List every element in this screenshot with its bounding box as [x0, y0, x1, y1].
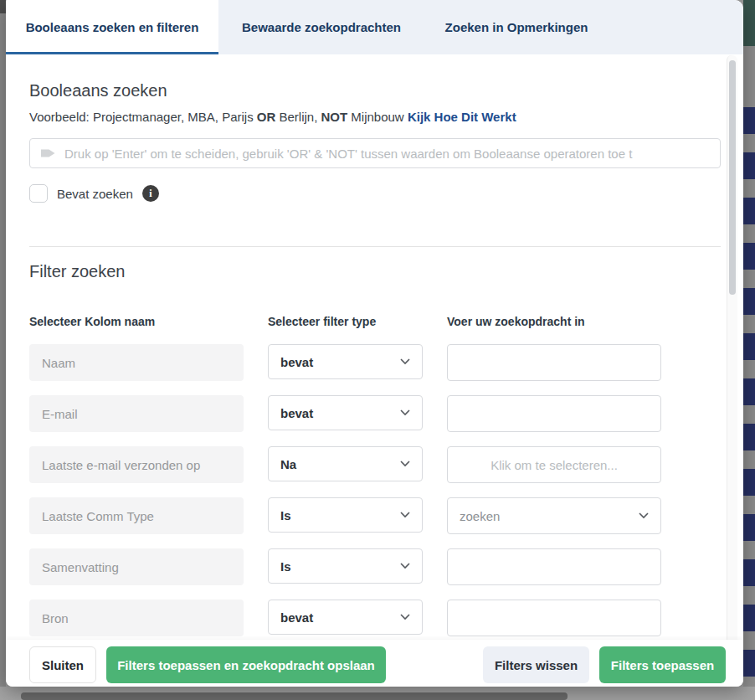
filter-row: Laatste Comm Type Is zoeken — [6, 497, 743, 534]
tag-icon — [40, 147, 57, 160]
chevron-down-icon — [400, 358, 410, 365]
page-backdrop-right — [743, 0, 755, 700]
filter-type-select[interactable]: bevat — [268, 344, 423, 379]
boolean-search-title: Booleaans zoeken — [29, 81, 167, 100]
filter-value-date-picker[interactable] — [447, 446, 661, 483]
chevron-down-icon — [400, 512, 410, 518]
column-header-name: Selecteer Kolom naam — [29, 315, 155, 328]
example-or-operator: OR — [257, 110, 276, 124]
column-header-filter-type: Selecteer filter type — [268, 315, 376, 328]
boolean-search-input-wrapper — [29, 138, 721, 168]
tab-search-in-notes[interactable]: Zoeken in Opmerkingen — [424, 0, 609, 54]
filter-value-input[interactable] — [447, 548, 661, 585]
example-text: Mijnbouw — [347, 110, 408, 124]
info-icon[interactable]: i — [142, 185, 159, 202]
filter-column-select[interactable]: Laatste Comm Type — [29, 497, 244, 534]
tab-saved-searches[interactable]: Bewaarde zoekopdrachten — [218, 0, 424, 54]
filter-type-select[interactable]: Na — [268, 446, 423, 481]
filter-row: Bron bevat — [6, 600, 743, 636]
screen: Booleaans zoeken en filteren Bewaarde zo… — [0, 0, 755, 700]
contains-search-label: Bevat zoeken — [57, 187, 133, 201]
chevron-down-icon — [639, 512, 649, 519]
vertical-scrollbar-track[interactable] — [727, 55, 737, 686]
example-not-operator: NOT — [321, 110, 348, 124]
filter-row: Laatste e-mail verzonden op Na — [6, 446, 743, 483]
contains-search-checkbox[interactable] — [29, 184, 48, 203]
see-how-it-works-link[interactable]: Kijk Hoe Dit Werkt — [408, 110, 516, 124]
apply-filters-button[interactable]: Filters toepassen — [599, 646, 726, 683]
modal-footer: Sluiten Filters toepassen en zoekopdrach… — [6, 640, 743, 687]
filter-column-select[interactable]: Bron — [29, 600, 244, 636]
chevron-down-icon — [400, 563, 410, 569]
filter-type-select[interactable]: bevat — [268, 395, 423, 430]
page-backdrop-bottom — [0, 687, 755, 700]
modal-content: Booleaans zoeken Voorbeeld: Projectmanag… — [6, 54, 743, 687]
section-divider — [29, 246, 721, 247]
backdrop-table-buttons — [743, 107, 755, 700]
clear-filters-button[interactable]: Filters wissen — [483, 646, 589, 683]
backdrop-header-block — [743, 0, 755, 46]
filter-type-value: Is — [280, 559, 291, 574]
filter-value-select[interactable]: zoeken — [447, 497, 661, 534]
chevron-down-icon — [400, 409, 410, 416]
filter-type-select[interactable]: bevat — [268, 600, 423, 635]
contains-search-row: Bevat zoeken i — [29, 184, 159, 203]
chevron-down-icon — [400, 461, 410, 467]
filter-value-text: zoeken — [460, 509, 500, 523]
column-header-query: Voer uw zoekopdracht in — [447, 315, 585, 328]
filter-row: Naam bevat — [6, 344, 743, 381]
filter-column-select[interactable]: E-mail — [29, 395, 244, 432]
filter-value-input[interactable] — [447, 600, 661, 636]
search-filter-modal: Booleaans zoeken en filteren Bewaarde zo… — [6, 0, 743, 687]
boolean-search-example: Voorbeeld: Projectmanager, MBA, Parijs O… — [29, 110, 516, 124]
horizontal-scrollbar[interactable] — [21, 692, 568, 700]
vertical-scrollbar-thumb[interactable] — [729, 60, 736, 295]
example-text: Voorbeeld: Projectmanager, MBA, Parijs — [29, 110, 257, 124]
filter-column-select[interactable]: Samenvatting — [29, 548, 244, 585]
filter-value-input[interactable] — [447, 395, 661, 432]
tab-bar: Booleaans zoeken en filteren Bewaarde zo… — [6, 0, 743, 54]
filter-column-select[interactable]: Laatste e-mail verzonden op — [29, 446, 244, 483]
tab-boolean-search-and-filter[interactable]: Booleaans zoeken en filteren — [6, 0, 218, 54]
filter-type-value: bevat — [280, 355, 313, 369]
filter-search-title: Filter zoeken — [29, 262, 126, 281]
filter-type-select[interactable]: Is — [268, 497, 423, 533]
filter-column-select[interactable]: Naam — [29, 344, 244, 381]
filter-value-input[interactable] — [447, 344, 661, 381]
filter-type-value: bevat — [280, 610, 313, 625]
filter-type-select[interactable]: Is — [268, 548, 423, 584]
example-text: Berlijn, — [275, 110, 321, 124]
filter-type-value: Na — [280, 457, 296, 471]
apply-filters-and-save-search-button[interactable]: Filters toepassen en zoekopdracht opslaa… — [106, 646, 386, 683]
page-backdrop-left — [0, 0, 6, 700]
close-button[interactable]: Sluiten — [29, 646, 96, 683]
boolean-search-input[interactable] — [64, 147, 710, 161]
filter-row: E-mail bevat — [6, 395, 743, 432]
filter-row: Samenvatting Is — [6, 548, 743, 585]
filter-type-value: bevat — [280, 406, 313, 420]
filter-type-value: Is — [280, 508, 291, 522]
chevron-down-icon — [400, 614, 410, 620]
